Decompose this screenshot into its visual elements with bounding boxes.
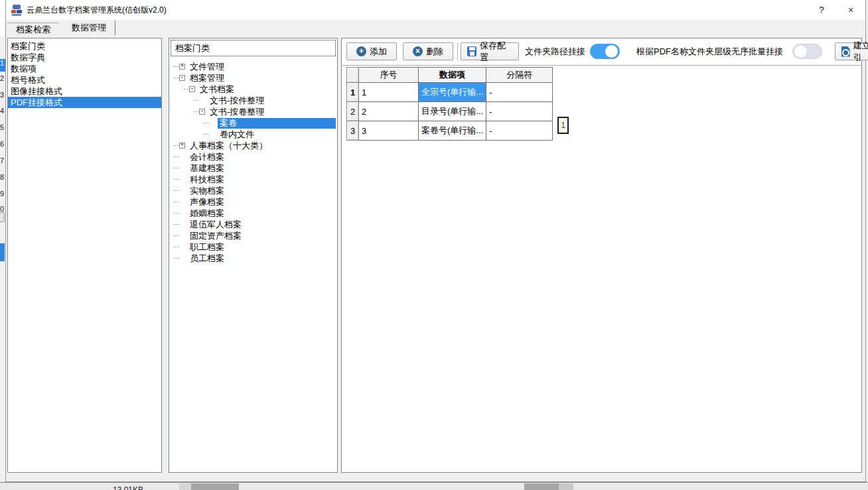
sidebar-item-图像挂接格式[interactable]: 图像挂接格式 (8, 86, 161, 97)
tree-connector (174, 156, 179, 157)
titlebar: 云鼎兰台数字档案管理系统(信创版v2.0) ? × (6, 0, 865, 20)
tree-item-科技档案[interactable]: 科技档案 (171, 174, 336, 185)
background-scrollbar-thumb (524, 483, 559, 490)
tab-archive-search[interactable]: 档案检索 (7, 23, 59, 35)
table-row: 11全宗号(单行输...- (347, 83, 553, 102)
background-scrollbar-fragment (179, 483, 191, 490)
tree-item-label: 文书档案 (198, 84, 236, 95)
delete-button[interactable]: × 删除 (403, 42, 453, 60)
pdf-batch-toggle[interactable] (792, 44, 822, 59)
tree-item-label: 职工档案 (188, 242, 226, 253)
tree-item-文书-按件整理[interactable]: 文书-按件整理 (171, 95, 336, 106)
cell-separator[interactable]: - (486, 121, 553, 141)
background-selection-fragment (0, 243, 5, 261)
tree-item-会计档案[interactable]: 会计档案 (171, 151, 336, 162)
toggle-knob (794, 45, 807, 58)
tree-item-文书-按卷整理[interactable]: -文书-按卷整理 (171, 106, 336, 117)
tree-item-基建档案[interactable]: 基建档案 (171, 162, 336, 174)
column-header-数据项[interactable]: 数据项 (419, 68, 486, 83)
cell-separator[interactable]: - (486, 102, 553, 121)
collapse-icon[interactable]: - (189, 86, 195, 92)
toolbar: + 添加 × 删除 保存配置 文件夹路径挂接 根据PDF名称文件夹层级无序批量挂… (342, 38, 861, 66)
tree-item-档案管理[interactable]: -档案管理 (171, 72, 336, 84)
background-window-left-strip: 1234567890 (0, 0, 5, 490)
tree-header: 档案门类 (171, 40, 336, 56)
background-row-number: 9 (0, 190, 5, 198)
tree-item-label: 会计档案 (188, 152, 226, 162)
tree-item-婚姻档案[interactable]: 婚姻档案 (171, 208, 336, 219)
background-row-number: 2 (0, 74, 5, 82)
tree-item-员工档案[interactable]: 员工档案 (171, 253, 336, 264)
tree-item-文书档案[interactable]: -文书档案 (171, 84, 336, 95)
tree-item-人事档案（十大类）[interactable]: +人事档案（十大类） (171, 140, 336, 151)
tree-connector (174, 235, 179, 236)
tree-item-退伍军人档案[interactable]: 退伍军人档案 (171, 219, 336, 230)
tree-item-职工档案[interactable]: 职工档案 (171, 241, 336, 253)
tree-connector (174, 258, 179, 259)
help-button[interactable]: ? (807, 1, 836, 19)
sidebar-item-档号格式[interactable]: 档号格式 (8, 74, 161, 86)
tree-connector (204, 134, 209, 135)
close-button[interactable]: × (836, 1, 865, 19)
tree-connector (174, 66, 179, 67)
sidebar-item-数据字典[interactable]: 数据字典 (8, 52, 161, 63)
column-header-序号[interactable]: 序号 (359, 68, 419, 83)
column-header-分隔符[interactable]: 分隔符 (486, 68, 553, 83)
folder-path-toggle[interactable] (590, 44, 620, 59)
sidebar-item-PDF挂接格式[interactable]: PDF挂接格式 (8, 97, 161, 108)
data-item-table: 序号数据项分隔符11全宗号(单行输...-22目录号(单行输...-33案卷号(… (346, 67, 553, 141)
tree-item-label: 实物档案 (188, 186, 226, 196)
sidebar-item-档案门类[interactable]: 档案门类 (8, 40, 161, 52)
row-header[interactable]: 1 (347, 83, 359, 102)
row-header[interactable]: 3 (347, 121, 359, 141)
build-index-icon (841, 46, 850, 57)
collapse-icon[interactable]: - (199, 109, 205, 115)
cell-separator[interactable]: - (486, 83, 553, 102)
background-scrollbar-thumb (191, 483, 239, 490)
tree-connector (174, 190, 179, 191)
tree-connector (174, 247, 179, 247)
save-icon (467, 46, 476, 56)
table-row: 33案卷号(单行输...- (347, 121, 553, 141)
expand-icon[interactable]: + (179, 143, 185, 149)
app-logo-icon (11, 5, 23, 16)
cell-item[interactable]: 案卷号(单行输... (419, 121, 486, 141)
tree-item-案卷[interactable]: 案卷 (171, 117, 336, 129)
tree-connector (174, 213, 179, 214)
background-row-number: 6 (0, 140, 5, 148)
background-row-number: 1 (0, 59, 5, 72)
save-config-button[interactable]: 保存配置 (461, 42, 519, 60)
collapse-icon[interactable]: - (179, 75, 185, 81)
category-tree: +文件管理-档案管理-文书档案文书-按件整理-文书-按卷整理案卷卷内文件+人事档… (171, 61, 336, 471)
cell-item[interactable]: 全宗号(单行输... (419, 83, 486, 102)
tree-item-卷内文件[interactable]: 卷内文件 (171, 129, 336, 140)
table-row: 22目录号(单行输...- (347, 102, 553, 121)
tree-item-label: 固定资产档案 (188, 231, 244, 241)
tree-item-实物档案[interactable]: 实物档案 (171, 185, 336, 196)
tree-item-文件管理[interactable]: +文件管理 (171, 61, 336, 72)
background-file-size-text: 13.01KB (113, 485, 143, 490)
folder-path-toggle-label: 文件夹路径挂接 (525, 42, 585, 60)
cell-seq[interactable]: 1 (359, 83, 419, 102)
cell-seq[interactable]: 3 (359, 121, 419, 141)
cell-seq[interactable]: 2 (359, 102, 419, 121)
row-header[interactable]: 2 (347, 102, 359, 121)
tree-item-label: 文件管理 (188, 62, 226, 72)
background-button-fragment (0, 212, 5, 222)
tree-item-固定资产档案[interactable]: 固定资产档案 (171, 230, 336, 241)
window-title: 云鼎兰台数字档案管理系统(信创版v2.0) (27, 5, 167, 16)
tree-item-声像档案[interactable]: 声像档案 (171, 196, 336, 208)
build-link-index-button[interactable]: 建立挂接索引 (835, 42, 868, 60)
tree-item-label: 卷内文件 (218, 129, 256, 140)
tree-item-label: 声像档案 (188, 197, 226, 208)
tab-data-management[interactable]: 数据管理 (63, 21, 115, 35)
cell-item[interactable]: 目录号(单行输... (419, 102, 486, 121)
pdf-batch-toggle-label: 根据PDF名称文件夹层级无序批量挂接 (636, 42, 783, 60)
background-scrollbar-track (559, 483, 573, 490)
tree-connector (194, 111, 199, 112)
toggle-knob (605, 45, 618, 58)
add-button[interactable]: + 添加 (346, 42, 397, 60)
expand-icon[interactable]: + (179, 64, 185, 70)
sidebar-item-数据项[interactable]: 数据项 (8, 63, 161, 74)
sidebar-list: 档案门类数据字典数据项档号格式图像挂接格式PDF挂接格式 (7, 38, 162, 473)
